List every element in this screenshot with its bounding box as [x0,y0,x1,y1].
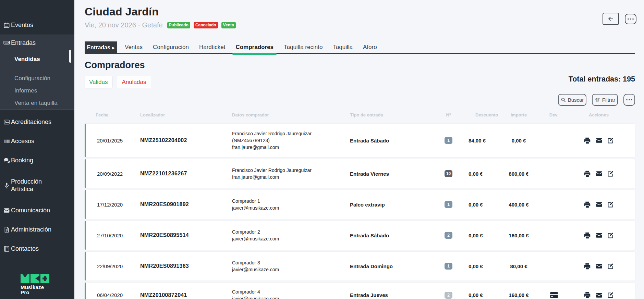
mail-icon[interactable] [596,170,603,177]
tab-entradas[interactable]: Entradas ▶ [85,41,117,54]
sort-filter-icon [595,97,600,103]
tab-ventas[interactable]: Ventas [120,41,148,53]
print-icon[interactable] [584,232,591,239]
cell-importe: 800,00 € [499,171,538,177]
edit-icon[interactable] [607,292,614,298]
buyer-data-line: (NMZ456789123) [232,137,348,144]
musikaze-logo-icon [21,274,49,283]
print-icon[interactable] [584,137,591,144]
address-book-icon [3,246,9,252]
buyer-data-line: Francisco Javier Rodrigo Jaureguizar [232,130,348,137]
more-options-button[interactable] [625,14,636,24]
table-row[interactable]: 20/01/2025 NMZ25102204002 Francisco Javi… [85,124,635,157]
sidebar-item-entradas[interactable]: Entradas [0,35,74,50]
cell-fecha: 20/01/2025 [86,138,132,144]
buyer-data-line: fran.jaure@gmail.com [232,174,348,180]
buyer-data-line: javier@musikaze.com [232,295,348,299]
edit-icon[interactable] [607,201,614,208]
cell-datos-comprador: Francisco Javier Rodrigo Jaureguizar(NMZ… [230,130,348,151]
cell-datos-comprador: Comprador 3javier@musikaze.com [230,259,348,273]
sidebar-subitem-configuracion[interactable]: Configuración [0,72,74,85]
tab-configuracion[interactable]: Configuración [148,41,194,53]
cell-tipo-de-entrada: Entrada Sábado [348,138,432,144]
sidebar-item-acreditaciones[interactable]: Acreditaciones [0,112,74,132]
sidebar-item-administracion[interactable]: Administración [0,220,74,239]
status-badge-venta: Venta [221,22,236,29]
cell-fecha: 06/04/2020 [86,292,132,298]
tab-taquilla-recinto[interactable]: Taquilla recinto [279,41,328,53]
cell-datos-comprador: Comprador 1javier@musikaze.com [230,198,348,211]
back-button[interactable] [603,13,619,25]
edit-icon[interactable] [607,137,614,144]
count-badge: 1 [445,137,452,144]
validas-button[interactable]: Validas [85,76,112,88]
document-icon [3,226,9,233]
cell-importe: 160,00 € [499,233,538,238]
calendar-icon [3,22,9,28]
mail-icon[interactable] [596,263,603,270]
edit-icon[interactable] [607,171,614,177]
tab-hardticket[interactable]: Hardticket [194,41,231,53]
column-header-localizador: Localizador [132,112,230,117]
mail-icon[interactable] [596,137,603,144]
table-row[interactable]: 17/12/2020 NMR20ES0901892 Comprador 1jav… [85,190,635,219]
sidebar-item-accesos[interactable]: Accesos [0,132,74,151]
mail-icon[interactable] [596,232,603,239]
sidebar-item-eventos[interactable]: Eventos [0,15,74,35]
filtrar-button[interactable]: Filtrar [592,94,618,106]
submenu-scrollbar-thumb[interactable] [69,50,71,63]
ticket-icon [3,39,9,46]
section-title: Compradores [85,60,635,71]
print-icon[interactable] [584,291,591,299]
tabbar: Entradas ▶ Ventas Configuración Hardtick… [85,41,635,54]
sidebar-item-label: Comunicación [11,207,50,214]
column-header-acciones: Acciones [569,112,635,117]
tab-compradores[interactable]: Compradores [230,41,279,53]
sidebar-item-label: Entradas [11,39,36,47]
barcode-icon [3,138,9,145]
edit-icon[interactable] [607,232,614,239]
print-icon[interactable] [584,263,591,270]
buscar-button[interactable]: Buscar [558,94,586,106]
sidebar-item-label: Eventos [11,21,33,29]
tab-aforo[interactable]: Aforo [358,41,382,53]
total-entradas: Total entradas: 195 [569,75,635,84]
cell-localizador: NMR20ES0891363 [132,263,230,269]
cell-datos-comprador: Francisco Javier Rodrigo Jaureguizarfran… [230,167,348,180]
column-header-dev: Dev. [538,112,569,117]
tab-taquilla[interactable]: Taquilla [328,41,358,53]
print-icon[interactable] [584,170,591,177]
sidebar-subitem-venta-en-taquilla[interactable]: Venta en taquilla [0,97,74,109]
sidebar-item-comunicacion[interactable]: Comunicación [0,201,74,220]
sidebar-item-produccion-artistica[interactable]: Producción Artística [0,170,74,201]
table-row[interactable]: 27/10/2020 NMR20ES0895514 Comprador 2jav… [85,221,635,250]
main-content: Ciudad Jardín Vie, 20 nov 2026 · Getafe … [74,0,644,299]
cell-importe: 400,00 € [499,202,538,208]
cell-numero: 1 [432,137,465,144]
anuladas-button[interactable]: Anuladas [117,76,151,88]
cell-localizador: NMR20ES0901892 [132,201,230,208]
sidebar-item-label: Producción Artística [11,178,62,193]
mail-icon[interactable] [596,292,603,299]
table-more-button[interactable] [623,94,635,106]
print-icon[interactable] [584,201,591,208]
mail-icon[interactable] [596,201,603,208]
buyer-data-line: Comprador 3 [232,259,348,266]
buyer-data-line: fran.jaure@gmail.com [232,144,348,151]
column-header-fecha: Fecha [86,112,132,117]
musikaze-logo[interactable]: Musikaze Pro [21,274,49,295]
sidebar-subitem-informes[interactable]: Informes [0,85,74,97]
edit-icon[interactable] [607,263,614,270]
sidebar-subitem-vendidas[interactable]: Vendidas [0,53,74,65]
table-row[interactable]: 22/09/2020 NMR20ES0891363 Comprador 3jav… [85,252,635,281]
sidebar-item-contactos[interactable]: Contactos [0,239,74,258]
table-row[interactable]: 20/09/2022 NMZ22101236267 Francisco Javi… [85,159,635,188]
count-badge: 1 [445,201,452,208]
cell-tipo-de-entrada: Entrada Viernes [348,171,432,177]
sidebar-item-booking[interactable]: Booking [0,151,74,170]
cell-numero: 2 [432,232,465,239]
table-row[interactable]: 06/04/2020 NMZ20100872041 Comprador 4jav… [85,283,635,299]
cell-datos-comprador: Comprador 2javier@musikaze.com [230,228,348,242]
column-header-descuento: Descuento [465,112,499,117]
cell-acciones [569,263,635,270]
